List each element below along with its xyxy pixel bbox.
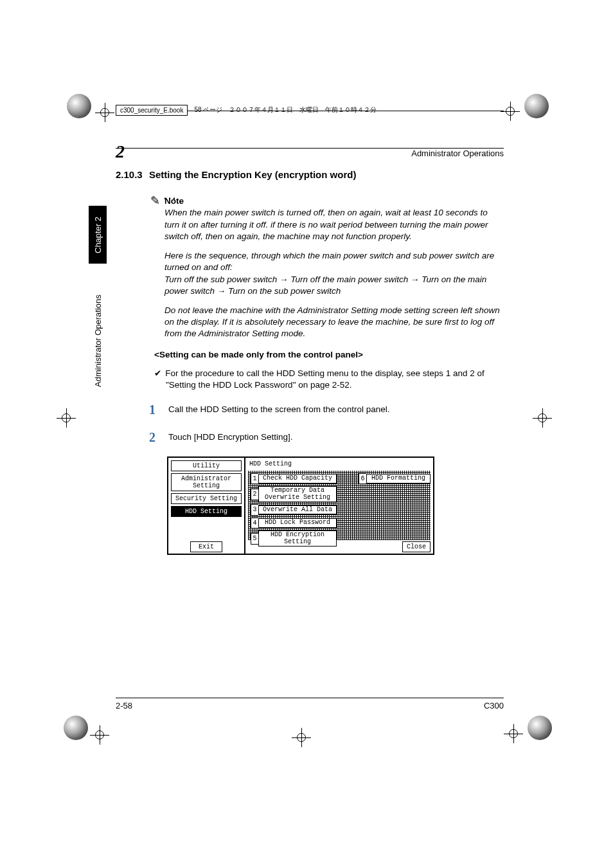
crop-sphere xyxy=(67,94,91,118)
crop-crosshair xyxy=(533,408,552,428)
running-section: Administrator Operations xyxy=(411,149,504,158)
section-number: 2.10.3 xyxy=(116,169,143,180)
crop-crosshair xyxy=(57,408,76,428)
check-icon: ✔ xyxy=(154,368,161,378)
arrow-icon: → xyxy=(411,275,420,284)
step-item: 1 Call the HDD Setting to the screen fro… xyxy=(149,401,504,419)
step-item: 2 Touch [HDD Encryption Setting]. xyxy=(149,429,504,446)
step-number: 1 xyxy=(149,401,168,419)
note-label: Note xyxy=(164,195,504,207)
step-text: Call the HDD Setting to the screen from … xyxy=(168,401,389,419)
panel-close-button[interactable]: Close xyxy=(402,541,431,553)
panel-tab-admin[interactable]: Administrator Setting xyxy=(171,473,242,491)
note-body: When the main power switch is turned off… xyxy=(164,207,504,339)
crop-crosshair xyxy=(95,103,114,122)
bottom-rule xyxy=(116,698,504,698)
panel-menu-area: 1 Check HDD Capacity 2 Temporary Data Ov… xyxy=(248,471,431,540)
panel-tab-hdd[interactable]: HDD Setting xyxy=(171,506,242,517)
hdd-setting-panel: Utility Administrator Setting Security S… xyxy=(167,457,434,555)
book-filename: c300_security_E.book xyxy=(116,105,188,116)
panel-left: Utility Administrator Setting Security S… xyxy=(168,458,245,554)
crop-sphere xyxy=(528,716,552,740)
panel-right: HDD Setting 1 Check HDD Capacity 2 Tempo… xyxy=(245,458,433,554)
step-number: 2 xyxy=(149,429,168,446)
page-number: 2-58 xyxy=(116,701,132,710)
crop-crosshair xyxy=(90,725,109,745)
panel-tab-utility[interactable]: Utility xyxy=(171,460,242,471)
note-icon: ✎… xyxy=(150,193,178,208)
book-meta: 58 ページ ２００７年４月１１日 水曜日 午前１０時４２分 xyxy=(194,105,377,114)
crop-crosshair xyxy=(292,728,311,747)
arrow-icon: → xyxy=(217,286,226,296)
book-header: c300_security_E.book 58 ページ ２００７年４月１１日 水… xyxy=(116,103,504,117)
check-item: ✔For the procedure to call the HDD Setti… xyxy=(154,367,504,391)
side-tab-chapter: Chapter 2 xyxy=(89,206,107,264)
panel-title: HDD Setting xyxy=(248,459,431,471)
top-rule xyxy=(116,148,504,149)
steps-list: 1 Call the HDD Setting to the screen fro… xyxy=(149,401,504,446)
step-text: Touch [HDD Encryption Setting]. xyxy=(168,429,293,446)
arrow-icon: → xyxy=(280,275,289,284)
note-para: When the main power switch is turned off… xyxy=(164,207,504,242)
section-title: Setting the Encryption Key (encryption w… xyxy=(149,169,357,180)
note-block: ✎… Note When the main power switch is tu… xyxy=(164,195,504,339)
sub-heading: <Setting can be made only from the contr… xyxy=(154,349,504,361)
menu-item[interactable]: 2 Temporary Data Overwrite Setting xyxy=(251,486,337,502)
chapter-number: 2 xyxy=(116,141,125,162)
note-para: Here is the sequence, through which the … xyxy=(164,250,504,297)
crop-sphere xyxy=(64,716,88,740)
menu-item[interactable]: 4 HDD Lock Password xyxy=(251,518,337,529)
menu-item[interactable]: 6 HDD Formatting xyxy=(359,473,431,485)
crop-crosshair xyxy=(504,724,523,743)
crop-sphere xyxy=(524,94,549,118)
model-number: C300 xyxy=(484,701,504,710)
section-heading: 2.10.3 Setting the Encryption Key (encry… xyxy=(116,168,504,181)
menu-item[interactable]: 5 HDD Encryption Setting xyxy=(251,530,337,547)
menu-item[interactable]: 3 Overwrite All Data xyxy=(251,504,337,516)
menu-item[interactable]: 1 Check HDD Capacity xyxy=(251,473,337,485)
side-tab-section: Administrator Operations xyxy=(89,276,107,405)
panel-tab-security[interactable]: Security Setting xyxy=(171,493,242,504)
panel-exit-button[interactable]: Exit xyxy=(190,541,222,552)
page-footer: 2-58 C300 xyxy=(116,701,504,710)
note-para: Do not leave the machine with the Admini… xyxy=(164,305,504,340)
